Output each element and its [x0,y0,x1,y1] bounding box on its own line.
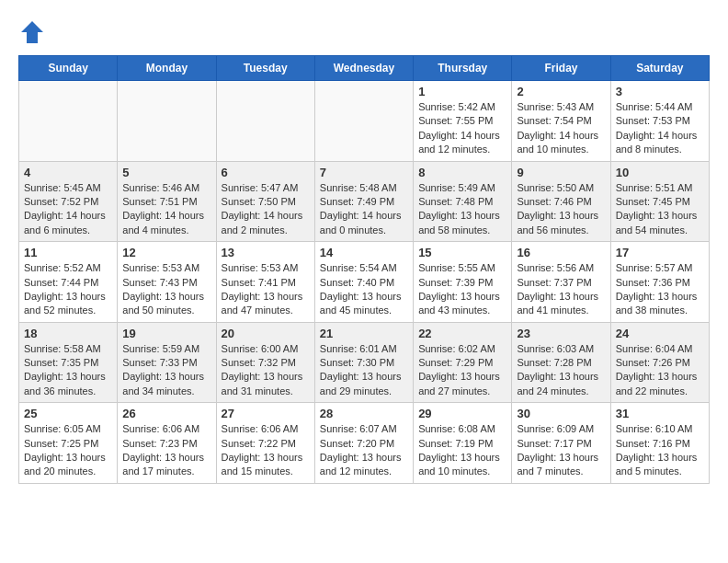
calendar-cell: 24Sunrise: 6:04 AMSunset: 7:26 PMDayligh… [610,322,709,403]
cell-info-line: and 8 minutes. [616,143,704,156]
date-number: 14 [320,246,408,259]
svg-marker-0 [21,21,43,43]
cell-info-line: Sunrise: 5:42 AM [418,100,506,114]
cell-info: Sunrise: 5:43 AMSunset: 7:54 PMDaylight:… [517,100,605,157]
cell-info-line: and 22 minutes. [616,385,704,398]
calendar-cell: 29Sunrise: 6:08 AMSunset: 7:19 PMDayligh… [414,403,512,484]
date-number: 12 [122,246,210,259]
logo [18,18,51,46]
cell-info-line: Daylight: 14 hours [320,209,408,223]
calendar-cell: 23Sunrise: 6:03 AMSunset: 7:28 PMDayligh… [512,322,610,403]
cell-info-line: Sunrise: 6:01 AM [320,342,408,356]
cell-info-line: Daylight: 13 hours [122,290,210,304]
cell-info-line: Sunset: 7:35 PM [24,356,112,370]
cell-info-line: Daylight: 13 hours [616,290,704,304]
date-number: 17 [616,246,704,259]
cell-info-line: and 10 minutes. [418,465,506,478]
calendar-cell: 20Sunrise: 6:00 AMSunset: 7:32 PMDayligh… [216,322,314,403]
cell-info-line: Daylight: 14 hours [24,209,112,223]
calendar-cell: 5Sunrise: 5:46 AMSunset: 7:51 PMDaylight… [118,161,216,242]
cell-info: Sunrise: 5:45 AMSunset: 7:52 PMDaylight:… [24,181,112,238]
cell-info-line: and 56 minutes. [517,224,605,237]
cell-info-line: Sunset: 7:30 PM [320,356,408,370]
calendar-cell: 14Sunrise: 5:54 AMSunset: 7:40 PMDayligh… [314,242,413,323]
cell-info: Sunrise: 5:55 AMSunset: 7:39 PMDaylight:… [418,261,506,318]
date-number: 2 [517,85,605,98]
cell-info-line: Sunrise: 6:00 AM [222,342,310,356]
cell-info-line: Sunrise: 6:05 AM [24,422,112,436]
cell-info-line: Sunset: 7:23 PM [122,437,210,451]
cell-info-line: Daylight: 14 hours [418,129,506,143]
cell-info-line: and 34 minutes. [122,385,210,398]
cell-info-line: Sunrise: 6:06 AM [222,422,310,436]
day-header-friday: Friday [512,56,610,81]
cell-info-line: and 5 minutes. [616,465,704,478]
cell-info-line: and 12 minutes. [418,143,506,156]
cell-info-line: Daylight: 14 hours [616,129,704,143]
calendar-cell: 21Sunrise: 6:01 AMSunset: 7:30 PMDayligh… [314,322,413,403]
date-number: 30 [517,407,605,420]
cell-info-line: Daylight: 13 hours [616,209,704,223]
cell-info: Sunrise: 6:09 AMSunset: 7:17 PMDaylight:… [517,422,605,479]
cell-info: Sunrise: 6:06 AMSunset: 7:23 PMDaylight:… [122,422,210,479]
cell-info: Sunrise: 6:02 AMSunset: 7:29 PMDaylight:… [418,342,506,399]
date-number: 3 [616,85,704,98]
cell-info-line: Sunrise: 5:50 AM [517,181,605,195]
cell-info-line: Daylight: 13 hours [320,290,408,304]
cell-info-line: Sunset: 7:16 PM [616,437,704,451]
cell-info-line: Sunset: 7:50 PM [222,195,310,209]
cell-info-line: Sunset: 7:54 PM [517,114,605,128]
week-row-5: 25Sunrise: 6:05 AMSunset: 7:25 PMDayligh… [19,403,710,484]
cell-info-line: Sunset: 7:37 PM [517,276,605,290]
cell-info-line: Sunrise: 5:58 AM [24,342,112,356]
cell-info-line: Daylight: 13 hours [24,451,112,465]
cell-info: Sunrise: 5:47 AMSunset: 7:50 PMDaylight:… [222,181,310,238]
cell-info-line: Sunset: 7:51 PM [122,195,210,209]
cell-info: Sunrise: 5:44 AMSunset: 7:53 PMDaylight:… [616,100,704,157]
week-row-1: 1Sunrise: 5:42 AMSunset: 7:55 PMDaylight… [19,81,710,162]
cell-info-line: Sunrise: 5:53 AM [222,261,310,275]
calendar-header-row: SundayMondayTuesdayWednesdayThursdayFrid… [19,56,710,81]
cell-info: Sunrise: 6:00 AMSunset: 7:32 PMDaylight:… [222,342,310,399]
cell-info-line: Daylight: 13 hours [517,209,605,223]
date-number: 16 [517,246,605,259]
cell-info: Sunrise: 5:58 AMSunset: 7:35 PMDaylight:… [24,342,112,399]
day-header-tuesday: Tuesday [216,56,314,81]
date-number: 6 [222,166,310,179]
cell-info-line: Sunset: 7:44 PM [24,276,112,290]
cell-info-line: Sunset: 7:40 PM [320,276,408,290]
cell-info-line: Sunset: 7:25 PM [24,437,112,451]
cell-info-line: Sunrise: 5:56 AM [517,261,605,275]
date-number: 24 [616,327,704,340]
date-number: 4 [24,166,112,179]
cell-info-line: Daylight: 13 hours [122,451,210,465]
cell-info-line: and 36 minutes. [24,385,112,398]
cell-info-line: and 10 minutes. [517,143,605,156]
cell-info-line: Sunrise: 6:08 AM [418,422,506,436]
week-row-2: 4Sunrise: 5:45 AMSunset: 7:52 PMDaylight… [19,161,710,242]
day-header-wednesday: Wednesday [314,56,413,81]
cell-info: Sunrise: 5:42 AMSunset: 7:55 PMDaylight:… [418,100,506,157]
week-row-4: 18Sunrise: 5:58 AMSunset: 7:35 PMDayligh… [19,322,710,403]
cell-info-line: and 4 minutes. [122,224,210,237]
date-number: 9 [517,166,605,179]
cell-info: Sunrise: 6:04 AMSunset: 7:26 PMDaylight:… [616,342,704,399]
cell-info-line: Sunrise: 5:52 AM [24,261,112,275]
cell-info-line: Sunrise: 6:06 AM [122,422,210,436]
cell-info-line: Daylight: 13 hours [418,290,506,304]
calendar-cell: 11Sunrise: 5:52 AMSunset: 7:44 PMDayligh… [19,242,118,323]
cell-info: Sunrise: 5:53 AMSunset: 7:41 PMDaylight:… [222,261,310,318]
date-number: 1 [418,85,506,98]
cell-info-line: Sunrise: 5:55 AM [418,261,506,275]
calendar-cell: 7Sunrise: 5:48 AMSunset: 7:49 PMDaylight… [314,161,413,242]
date-number: 10 [616,166,704,179]
cell-info: Sunrise: 5:53 AMSunset: 7:43 PMDaylight:… [122,261,210,318]
cell-info-line: and 27 minutes. [418,385,506,398]
cell-info-line: Sunset: 7:19 PM [418,437,506,451]
date-number: 8 [418,166,506,179]
date-number: 29 [418,407,506,420]
date-number: 31 [616,407,704,420]
cell-info-line: Sunrise: 6:10 AM [616,422,704,436]
cell-info-line: Daylight: 13 hours [222,290,310,304]
calendar-cell [314,81,413,162]
